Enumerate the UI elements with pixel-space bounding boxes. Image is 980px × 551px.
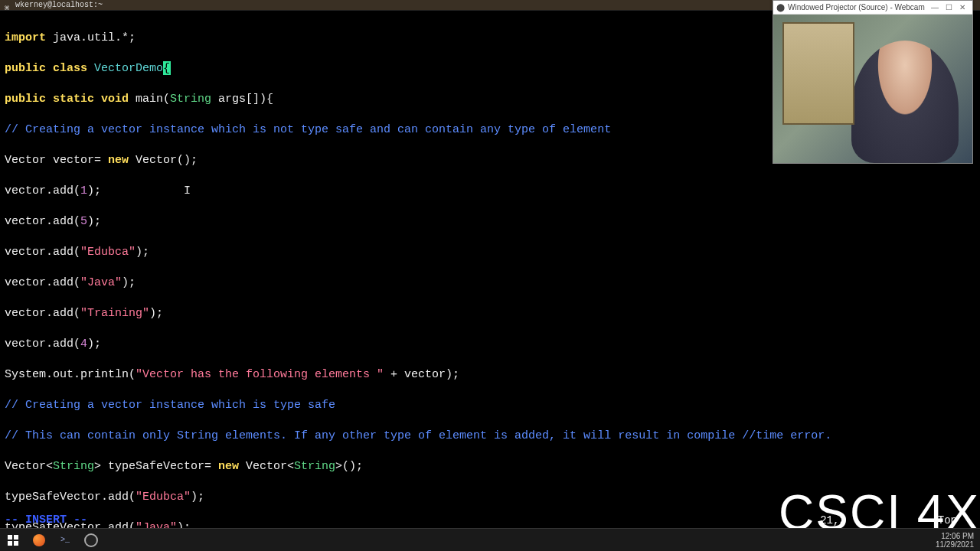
terminal-icon: ⌘ — [5, 2, 12, 9]
code-text: main( — [129, 93, 170, 106]
code-type: String — [294, 460, 335, 473]
tray-time: 12:06 PM — [936, 532, 974, 540]
minimize-button[interactable]: — — [928, 0, 942, 15]
code-keyword: new — [218, 460, 239, 473]
code-text: Vector< — [5, 460, 53, 473]
obs-icon: ⬤ — [776, 0, 785, 15]
windows-taskbar[interactable]: 12:06 PM 11/29/2021 — [0, 528, 980, 551]
code-string: "Training" — [80, 307, 149, 320]
code-type: String — [53, 460, 94, 473]
code-text: vector.add( — [5, 215, 80, 228]
webcam-titlebar[interactable]: ⬤ Windowed Projector (Source) - Webcam —… — [773, 1, 972, 15]
code-string: "Java" — [80, 276, 122, 289]
vim-mode: -- INSERT -- — [5, 513, 87, 528]
code-number: 1 — [80, 184, 87, 197]
code-text: ); — [136, 246, 149, 259]
text-cursor-i: I — [101, 184, 191, 197]
code-text: + vector); — [384, 368, 459, 381]
code-number: 4 — [80, 337, 87, 350]
system-tray[interactable]: 12:06 PM 11/29/2021 — [936, 532, 980, 549]
code-text: ); — [149, 307, 163, 320]
code-text: ); — [87, 215, 101, 228]
maximize-button[interactable]: ☐ — [942, 0, 956, 15]
match-brace-highlight: { — [163, 61, 171, 75]
code-text: vector.add( — [5, 276, 80, 289]
code-string: "Vector has the following elements " — [136, 368, 384, 381]
code-keyword: new — [108, 154, 129, 167]
code-text: java.util.*; — [46, 31, 136, 44]
course-overlay-label: CSCI 4X — [779, 505, 980, 520]
code-string: "Edubca" — [80, 246, 136, 259]
code-text: vector.add( — [5, 246, 80, 259]
code-comment: // This can contain only String elements… — [5, 429, 831, 442]
code-text: Vector< — [239, 460, 294, 473]
code-text: vector.add( — [5, 184, 80, 197]
close-button[interactable]: ✕ — [956, 0, 969, 15]
code-keyword: public static void — [5, 93, 129, 106]
firefox-icon[interactable] — [26, 529, 52, 552]
code-text: ); — [87, 184, 101, 197]
code-comment: // Creating a vector instance which is n… — [5, 123, 611, 136]
code-text: Vector vector= — [5, 154, 108, 167]
code-keyword: import — [5, 31, 46, 44]
code-comment: // Creating a vector instance which is t… — [5, 399, 335, 412]
code-ident: VectorDemo — [87, 62, 163, 75]
code-text: ); — [87, 337, 101, 350]
webcam-window[interactable]: ⬤ Windowed Projector (Source) - Webcam —… — [773, 0, 973, 164]
code-keyword: public class — [5, 62, 87, 75]
code-text: vector.add( — [5, 337, 80, 350]
code-text: ); — [191, 491, 204, 504]
code-number: 5 — [80, 215, 87, 228]
code-text: >(); — [335, 460, 363, 473]
code-text: Vector(); — [129, 154, 198, 167]
webcam-title: Windowed Projector (Source) - Webcam — [785, 0, 928, 15]
tray-date: 11/29/2021 — [936, 540, 974, 549]
code-text: typeSafeVector.add( — [5, 491, 136, 504]
webcam-feed — [773, 15, 972, 163]
code-text: System.out.println( — [5, 368, 136, 381]
terminal-taskbar-icon[interactable] — [52, 529, 78, 552]
code-text: ); — [122, 276, 136, 289]
code-text: vector.add( — [5, 307, 80, 320]
code-text: args[]){ — [211, 93, 273, 106]
code-type: String — [170, 93, 211, 106]
obs-taskbar-icon[interactable] — [78, 529, 104, 552]
code-text: > typeSafeVector= — [94, 460, 218, 473]
start-button[interactable] — [0, 529, 26, 552]
code-string: "Edubca" — [136, 491, 191, 504]
